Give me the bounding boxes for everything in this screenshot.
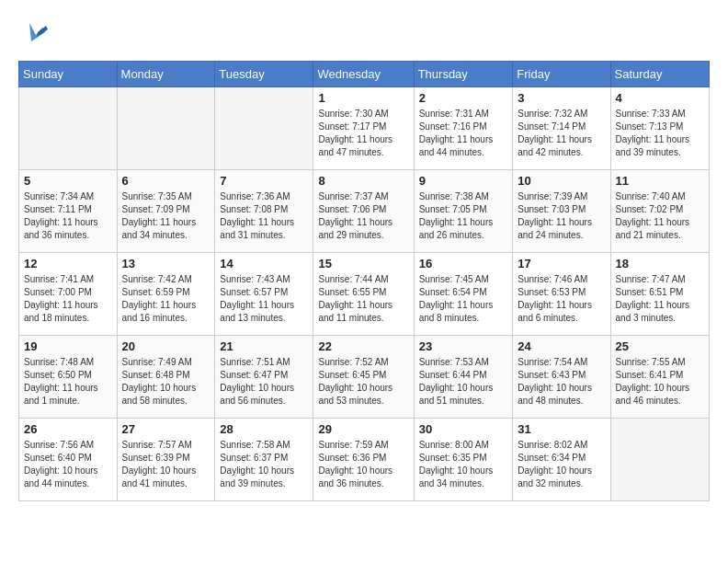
day-number: 30: [419, 422, 508, 436]
calendar-cell: 14Sunrise: 7:43 AM Sunset: 6:57 PM Dayli…: [215, 253, 313, 336]
day-info: Sunrise: 7:51 AM Sunset: 6:47 PM Dayligh…: [220, 356, 308, 408]
calendar-cell: 29Sunrise: 7:59 AM Sunset: 6:36 PM Dayli…: [313, 419, 414, 501]
calendar-header-sunday: Sunday: [19, 62, 118, 87]
day-info: Sunrise: 7:45 AM Sunset: 6:54 PM Dayligh…: [419, 273, 508, 325]
calendar-cell: 3Sunrise: 7:32 AM Sunset: 7:14 PM Daylig…: [513, 87, 610, 170]
calendar-cell: [19, 87, 118, 170]
calendar-cell: 28Sunrise: 7:58 AM Sunset: 6:37 PM Dayli…: [215, 419, 313, 501]
day-number: 21: [220, 339, 308, 353]
calendar-header-tuesday: Tuesday: [215, 62, 313, 87]
calendar-cell: 27Sunrise: 7:57 AM Sunset: 6:39 PM Dayli…: [117, 419, 215, 501]
day-number: 20: [122, 339, 210, 353]
day-number: 24: [518, 339, 605, 353]
day-info: Sunrise: 7:31 AM Sunset: 7:16 PM Dayligh…: [419, 108, 508, 159]
calendar-cell: 19Sunrise: 7:48 AM Sunset: 6:50 PM Dayli…: [19, 336, 118, 419]
day-info: Sunrise: 7:55 AM Sunset: 6:41 PM Dayligh…: [616, 356, 704, 408]
day-info: Sunrise: 8:00 AM Sunset: 6:35 PM Dayligh…: [419, 439, 508, 490]
day-info: Sunrise: 8:02 AM Sunset: 6:34 PM Dayligh…: [518, 439, 605, 490]
calendar-cell: 1Sunrise: 7:30 AM Sunset: 7:17 PM Daylig…: [313, 87, 414, 170]
day-number: 29: [318, 422, 408, 436]
day-number: 8: [318, 174, 408, 188]
day-info: Sunrise: 7:53 AM Sunset: 6:44 PM Dayligh…: [419, 356, 508, 408]
calendar-cell: 31Sunrise: 8:02 AM Sunset: 6:34 PM Dayli…: [513, 419, 610, 501]
day-number: 6: [122, 174, 210, 188]
day-number: 9: [419, 174, 508, 188]
day-number: 3: [518, 91, 605, 105]
logo-icon: [22, 18, 50, 46]
day-info: Sunrise: 7:44 AM Sunset: 6:55 PM Dayligh…: [318, 273, 408, 325]
day-info: Sunrise: 7:56 AM Sunset: 6:40 PM Dayligh…: [24, 439, 112, 490]
day-info: Sunrise: 7:58 AM Sunset: 6:37 PM Dayligh…: [220, 439, 308, 490]
day-info: Sunrise: 7:32 AM Sunset: 7:14 PM Dayligh…: [518, 108, 605, 159]
calendar-cell: 15Sunrise: 7:44 AM Sunset: 6:55 PM Dayli…: [313, 253, 414, 336]
day-info: Sunrise: 7:36 AM Sunset: 7:08 PM Dayligh…: [220, 190, 308, 242]
day-number: 19: [24, 339, 112, 353]
day-number: 17: [518, 257, 605, 270]
calendar-cell: 20Sunrise: 7:49 AM Sunset: 6:48 PM Dayli…: [117, 336, 215, 419]
day-number: 10: [518, 174, 605, 188]
calendar-cell: 10Sunrise: 7:39 AM Sunset: 7:03 PM Dayli…: [513, 170, 610, 253]
week-row-4: 19Sunrise: 7:48 AM Sunset: 6:50 PM Dayli…: [19, 336, 710, 419]
day-info: Sunrise: 7:37 AM Sunset: 7:06 PM Dayligh…: [318, 190, 408, 242]
calendar-cell: 17Sunrise: 7:46 AM Sunset: 6:53 PM Dayli…: [513, 253, 610, 336]
day-number: 27: [122, 422, 210, 436]
day-info: Sunrise: 7:48 AM Sunset: 6:50 PM Dayligh…: [24, 356, 112, 408]
week-row-2: 5Sunrise: 7:34 AM Sunset: 7:11 PM Daylig…: [19, 170, 710, 253]
calendar-cell: 5Sunrise: 7:34 AM Sunset: 7:11 PM Daylig…: [19, 170, 118, 253]
week-row-1: 1Sunrise: 7:30 AM Sunset: 7:17 PM Daylig…: [19, 87, 710, 170]
day-number: 14: [220, 257, 308, 270]
day-number: 2: [419, 91, 508, 105]
calendar-cell: 13Sunrise: 7:42 AM Sunset: 6:59 PM Dayli…: [117, 253, 215, 336]
calendar-cell: 2Sunrise: 7:31 AM Sunset: 7:16 PM Daylig…: [414, 87, 513, 170]
day-info: Sunrise: 7:42 AM Sunset: 6:59 PM Dayligh…: [122, 273, 210, 325]
day-number: 5: [24, 174, 112, 188]
day-info: Sunrise: 7:34 AM Sunset: 7:11 PM Dayligh…: [24, 190, 112, 242]
day-number: 25: [616, 339, 704, 353]
calendar-cell: 18Sunrise: 7:47 AM Sunset: 6:51 PM Dayli…: [610, 253, 709, 336]
day-number: 28: [220, 422, 308, 436]
calendar-header-monday: Monday: [117, 62, 215, 87]
calendar-cell: 23Sunrise: 7:53 AM Sunset: 6:44 PM Dayli…: [414, 336, 513, 419]
calendar-cell: 9Sunrise: 7:38 AM Sunset: 7:05 PM Daylig…: [414, 170, 513, 253]
day-info: Sunrise: 7:38 AM Sunset: 7:05 PM Dayligh…: [419, 190, 508, 242]
calendar-table: SundayMondayTuesdayWednesdayThursdayFrid…: [18, 61, 710, 501]
week-row-3: 12Sunrise: 7:41 AM Sunset: 7:00 PM Dayli…: [19, 253, 710, 336]
calendar-header-saturday: Saturday: [610, 62, 709, 87]
day-number: 18: [616, 257, 704, 270]
day-number: 7: [220, 174, 308, 188]
week-row-5: 26Sunrise: 7:56 AM Sunset: 6:40 PM Dayli…: [19, 419, 710, 501]
calendar-header-row: SundayMondayTuesdayWednesdayThursdayFrid…: [19, 62, 710, 87]
calendar-cell: 11Sunrise: 7:40 AM Sunset: 7:02 PM Dayli…: [610, 170, 709, 253]
day-info: Sunrise: 7:33 AM Sunset: 7:13 PM Dayligh…: [616, 108, 704, 159]
calendar-header-friday: Friday: [513, 62, 610, 87]
day-info: Sunrise: 7:41 AM Sunset: 7:00 PM Dayligh…: [24, 273, 112, 325]
day-info: Sunrise: 7:52 AM Sunset: 6:45 PM Dayligh…: [318, 356, 408, 408]
calendar-cell: 4Sunrise: 7:33 AM Sunset: 7:13 PM Daylig…: [610, 87, 709, 170]
day-number: 23: [419, 339, 508, 353]
calendar-cell: 21Sunrise: 7:51 AM Sunset: 6:47 PM Dayli…: [215, 336, 313, 419]
day-info: Sunrise: 7:43 AM Sunset: 6:57 PM Dayligh…: [220, 273, 308, 325]
calendar-cell: 16Sunrise: 7:45 AM Sunset: 6:54 PM Dayli…: [414, 253, 513, 336]
day-info: Sunrise: 7:47 AM Sunset: 6:51 PM Dayligh…: [616, 273, 704, 325]
day-info: Sunrise: 7:49 AM Sunset: 6:48 PM Dayligh…: [122, 356, 210, 408]
logo: [18, 18, 50, 46]
calendar-cell: 22Sunrise: 7:52 AM Sunset: 6:45 PM Dayli…: [313, 336, 414, 419]
day-info: Sunrise: 7:39 AM Sunset: 7:03 PM Dayligh…: [518, 190, 605, 242]
day-info: Sunrise: 7:57 AM Sunset: 6:39 PM Dayligh…: [122, 439, 210, 490]
day-number: 1: [318, 91, 408, 105]
svg-marker-1: [37, 26, 48, 37]
day-info: Sunrise: 7:35 AM Sunset: 7:09 PM Dayligh…: [122, 190, 210, 242]
calendar-cell: [215, 87, 313, 170]
calendar-cell: 8Sunrise: 7:37 AM Sunset: 7:06 PM Daylig…: [313, 170, 414, 253]
day-info: Sunrise: 7:59 AM Sunset: 6:36 PM Dayligh…: [318, 439, 408, 490]
day-number: 4: [616, 91, 704, 105]
day-number: 13: [122, 257, 210, 270]
day-number: 11: [616, 174, 704, 188]
calendar-cell: 7Sunrise: 7:36 AM Sunset: 7:08 PM Daylig…: [215, 170, 313, 253]
day-info: Sunrise: 7:40 AM Sunset: 7:02 PM Dayligh…: [616, 190, 704, 242]
day-info: Sunrise: 7:54 AM Sunset: 6:43 PM Dayligh…: [518, 356, 605, 408]
day-number: 15: [318, 257, 408, 270]
day-number: 26: [24, 422, 112, 436]
calendar-header-wednesday: Wednesday: [313, 62, 414, 87]
day-info: Sunrise: 7:30 AM Sunset: 7:17 PM Dayligh…: [318, 108, 408, 159]
